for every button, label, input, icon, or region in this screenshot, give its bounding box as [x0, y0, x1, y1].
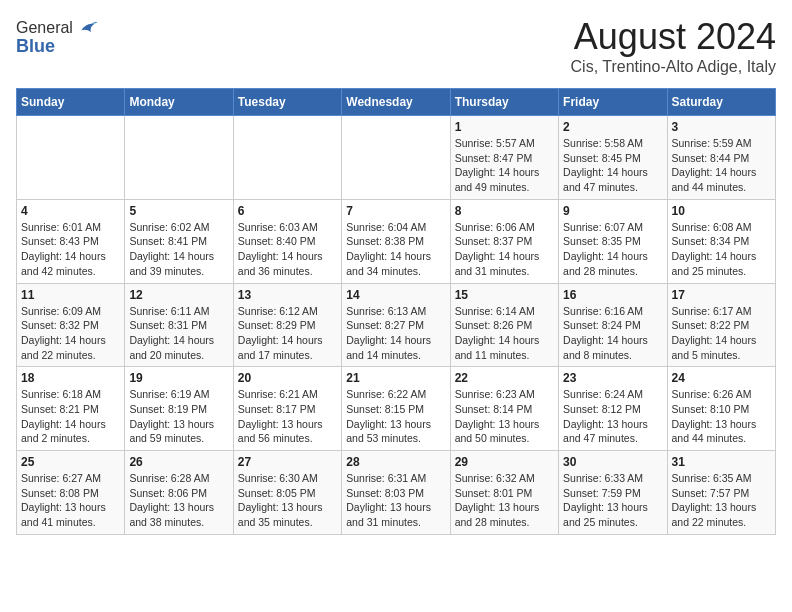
calendar-cell: 31Sunrise: 6:35 AM Sunset: 7:57 PM Dayli… [667, 451, 775, 535]
calendar-header-row: SundayMondayTuesdayWednesdayThursdayFrid… [17, 89, 776, 116]
day-info: Sunrise: 6:35 AM Sunset: 7:57 PM Dayligh… [672, 471, 771, 530]
day-number: 27 [238, 455, 337, 469]
day-number: 21 [346, 371, 445, 385]
calendar-cell: 5Sunrise: 6:02 AM Sunset: 8:41 PM Daylig… [125, 199, 233, 283]
calendar-week-row: 1Sunrise: 5:57 AM Sunset: 8:47 PM Daylig… [17, 116, 776, 200]
day-number: 17 [672, 288, 771, 302]
day-number: 22 [455, 371, 554, 385]
calendar-cell: 29Sunrise: 6:32 AM Sunset: 8:01 PM Dayli… [450, 451, 558, 535]
day-info: Sunrise: 6:12 AM Sunset: 8:29 PM Dayligh… [238, 304, 337, 363]
day-info: Sunrise: 6:16 AM Sunset: 8:24 PM Dayligh… [563, 304, 662, 363]
day-number: 29 [455, 455, 554, 469]
calendar-cell [17, 116, 125, 200]
header-day-friday: Friday [559, 89, 667, 116]
day-info: Sunrise: 6:06 AM Sunset: 8:37 PM Dayligh… [455, 220, 554, 279]
day-number: 12 [129, 288, 228, 302]
header-day-wednesday: Wednesday [342, 89, 450, 116]
day-info: Sunrise: 5:59 AM Sunset: 8:44 PM Dayligh… [672, 136, 771, 195]
calendar-cell: 14Sunrise: 6:13 AM Sunset: 8:27 PM Dayli… [342, 283, 450, 367]
day-number: 23 [563, 371, 662, 385]
calendar-cell: 12Sunrise: 6:11 AM Sunset: 8:31 PM Dayli… [125, 283, 233, 367]
day-info: Sunrise: 6:19 AM Sunset: 8:19 PM Dayligh… [129, 387, 228, 446]
day-number: 10 [672, 204, 771, 218]
calendar-cell: 6Sunrise: 6:03 AM Sunset: 8:40 PM Daylig… [233, 199, 341, 283]
day-info: Sunrise: 6:28 AM Sunset: 8:06 PM Dayligh… [129, 471, 228, 530]
day-number: 19 [129, 371, 228, 385]
calendar-cell: 16Sunrise: 6:16 AM Sunset: 8:24 PM Dayli… [559, 283, 667, 367]
day-info: Sunrise: 6:30 AM Sunset: 8:05 PM Dayligh… [238, 471, 337, 530]
day-number: 16 [563, 288, 662, 302]
day-number: 5 [129, 204, 228, 218]
day-number: 18 [21, 371, 120, 385]
header-day-sunday: Sunday [17, 89, 125, 116]
calendar-cell: 10Sunrise: 6:08 AM Sunset: 8:34 PM Dayli… [667, 199, 775, 283]
calendar-cell: 18Sunrise: 6:18 AM Sunset: 8:21 PM Dayli… [17, 367, 125, 451]
calendar-cell: 25Sunrise: 6:27 AM Sunset: 8:08 PM Dayli… [17, 451, 125, 535]
day-info: Sunrise: 6:24 AM Sunset: 8:12 PM Dayligh… [563, 387, 662, 446]
day-info: Sunrise: 6:23 AM Sunset: 8:14 PM Dayligh… [455, 387, 554, 446]
header: General Blue August 2024 Cis, Trentino-A… [16, 16, 776, 76]
day-info: Sunrise: 6:08 AM Sunset: 8:34 PM Dayligh… [672, 220, 771, 279]
calendar-cell [125, 116, 233, 200]
day-number: 13 [238, 288, 337, 302]
calendar-table: SundayMondayTuesdayWednesdayThursdayFrid… [16, 88, 776, 535]
header-day-monday: Monday [125, 89, 233, 116]
day-info: Sunrise: 6:02 AM Sunset: 8:41 PM Dayligh… [129, 220, 228, 279]
day-number: 25 [21, 455, 120, 469]
day-number: 24 [672, 371, 771, 385]
day-info: Sunrise: 6:26 AM Sunset: 8:10 PM Dayligh… [672, 387, 771, 446]
calendar-cell: 20Sunrise: 6:21 AM Sunset: 8:17 PM Dayli… [233, 367, 341, 451]
calendar-cell: 21Sunrise: 6:22 AM Sunset: 8:15 PM Dayli… [342, 367, 450, 451]
day-info: Sunrise: 6:27 AM Sunset: 8:08 PM Dayligh… [21, 471, 120, 530]
day-number: 30 [563, 455, 662, 469]
day-number: 6 [238, 204, 337, 218]
calendar-week-row: 11Sunrise: 6:09 AM Sunset: 8:32 PM Dayli… [17, 283, 776, 367]
calendar-cell: 19Sunrise: 6:19 AM Sunset: 8:19 PM Dayli… [125, 367, 233, 451]
calendar-cell: 24Sunrise: 6:26 AM Sunset: 8:10 PM Dayli… [667, 367, 775, 451]
calendar-cell: 30Sunrise: 6:33 AM Sunset: 7:59 PM Dayli… [559, 451, 667, 535]
calendar-cell [233, 116, 341, 200]
calendar-cell: 15Sunrise: 6:14 AM Sunset: 8:26 PM Dayli… [450, 283, 558, 367]
calendar-cell: 26Sunrise: 6:28 AM Sunset: 8:06 PM Dayli… [125, 451, 233, 535]
day-number: 3 [672, 120, 771, 134]
calendar-cell: 13Sunrise: 6:12 AM Sunset: 8:29 PM Dayli… [233, 283, 341, 367]
day-info: Sunrise: 6:09 AM Sunset: 8:32 PM Dayligh… [21, 304, 120, 363]
day-info: Sunrise: 6:22 AM Sunset: 8:15 PM Dayligh… [346, 387, 445, 446]
day-info: Sunrise: 6:18 AM Sunset: 8:21 PM Dayligh… [21, 387, 120, 446]
calendar-cell: 9Sunrise: 6:07 AM Sunset: 8:35 PM Daylig… [559, 199, 667, 283]
logo: General Blue [16, 16, 99, 57]
day-number: 2 [563, 120, 662, 134]
day-info: Sunrise: 6:14 AM Sunset: 8:26 PM Dayligh… [455, 304, 554, 363]
day-info: Sunrise: 5:57 AM Sunset: 8:47 PM Dayligh… [455, 136, 554, 195]
calendar-cell: 28Sunrise: 6:31 AM Sunset: 8:03 PM Dayli… [342, 451, 450, 535]
day-number: 1 [455, 120, 554, 134]
calendar-cell: 22Sunrise: 6:23 AM Sunset: 8:14 PM Dayli… [450, 367, 558, 451]
calendar-cell [342, 116, 450, 200]
calendar-cell: 2Sunrise: 5:58 AM Sunset: 8:45 PM Daylig… [559, 116, 667, 200]
title-area: August 2024 Cis, Trentino-Alto Adige, It… [571, 16, 776, 76]
day-info: Sunrise: 6:33 AM Sunset: 7:59 PM Dayligh… [563, 471, 662, 530]
calendar-cell: 3Sunrise: 5:59 AM Sunset: 8:44 PM Daylig… [667, 116, 775, 200]
location-subtitle: Cis, Trentino-Alto Adige, Italy [571, 58, 776, 76]
calendar-cell: 1Sunrise: 5:57 AM Sunset: 8:47 PM Daylig… [450, 116, 558, 200]
day-number: 8 [455, 204, 554, 218]
day-number: 9 [563, 204, 662, 218]
day-info: Sunrise: 6:03 AM Sunset: 8:40 PM Dayligh… [238, 220, 337, 279]
calendar-cell: 8Sunrise: 6:06 AM Sunset: 8:37 PM Daylig… [450, 199, 558, 283]
day-number: 15 [455, 288, 554, 302]
day-info: Sunrise: 6:21 AM Sunset: 8:17 PM Dayligh… [238, 387, 337, 446]
calendar-cell: 17Sunrise: 6:17 AM Sunset: 8:22 PM Dayli… [667, 283, 775, 367]
day-number: 11 [21, 288, 120, 302]
calendar-week-row: 25Sunrise: 6:27 AM Sunset: 8:08 PM Dayli… [17, 451, 776, 535]
day-info: Sunrise: 6:01 AM Sunset: 8:43 PM Dayligh… [21, 220, 120, 279]
calendar-cell: 7Sunrise: 6:04 AM Sunset: 8:38 PM Daylig… [342, 199, 450, 283]
day-number: 20 [238, 371, 337, 385]
header-day-tuesday: Tuesday [233, 89, 341, 116]
day-number: 31 [672, 455, 771, 469]
month-year-title: August 2024 [571, 16, 776, 58]
logo-bird-icon [75, 16, 99, 40]
day-number: 28 [346, 455, 445, 469]
calendar-week-row: 4Sunrise: 6:01 AM Sunset: 8:43 PM Daylig… [17, 199, 776, 283]
day-info: Sunrise: 5:58 AM Sunset: 8:45 PM Dayligh… [563, 136, 662, 195]
logo-general-text: General [16, 19, 73, 37]
